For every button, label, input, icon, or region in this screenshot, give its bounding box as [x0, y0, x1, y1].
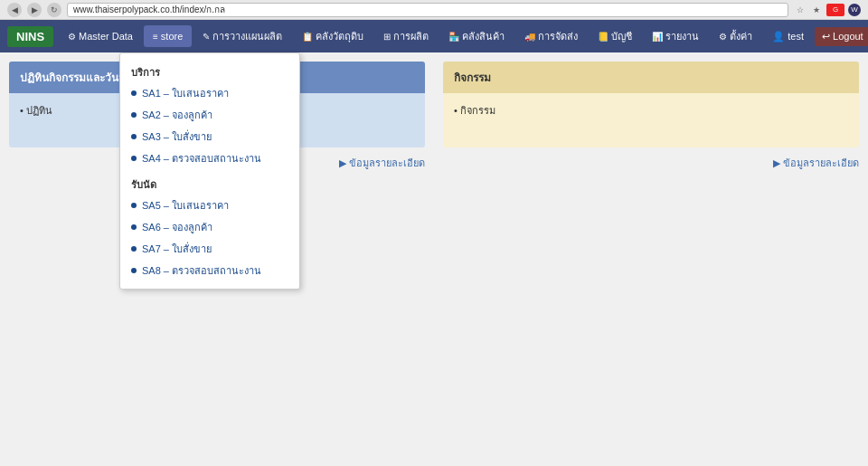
menu-icon[interactable]: G [826, 4, 844, 16]
logout-button[interactable]: ↩ Logout [815, 27, 868, 46]
nav-production-label: การผลิต [393, 28, 429, 44]
production-icon: ⊞ [383, 32, 391, 42]
nav-inventory-label: คลังวัตถุดิบ [316, 28, 363, 44]
nav-settings[interactable]: ⚙ ตั้งค่า [710, 23, 761, 50]
nav-master-data[interactable]: ⚙ Master Data [59, 25, 142, 47]
bullet-icon [131, 134, 137, 139]
bullet-icon [131, 224, 137, 230]
dropdown-item-sa3[interactable]: SA3 – ใบสั่งขาย [120, 126, 299, 147]
bullet-icon [131, 112, 137, 118]
nav-inventory[interactable]: 📋 คลังวัตถุดิบ [293, 23, 373, 50]
browser-bar: ◀ ▶ ↻ www.thaiserpolypack.co.th/index/ก.… [0, 0, 868, 20]
dropdown-item-sa8[interactable]: SA8 – ตรวจสอบสถานะงาน [120, 260, 299, 281]
store-icon: ≡ [153, 32, 158, 42]
logistics-icon: 🚚 [524, 32, 535, 42]
warehouse-icon: 🏪 [448, 32, 459, 42]
play-icon-right: ▶ [773, 157, 780, 169]
nav-survey-label: การวางแผนผลิต [212, 28, 282, 44]
nav-warehouse[interactable]: 🏪 คลังสินค้า [439, 23, 514, 50]
master-data-icon: ⚙ [68, 32, 76, 42]
star-icon[interactable]: ★ [810, 4, 823, 16]
nav-report-label: รายงาน [665, 28, 699, 44]
nav-master-data-label: Master Data [79, 31, 133, 42]
dropdown-item-sa6[interactable]: SA6 – จองลูกค้า [120, 216, 299, 238]
nav-store[interactable]: ≡ store [144, 25, 192, 47]
play-icon: ▶ [339, 157, 346, 169]
dropdown-menu: บริการ SA1 – ใบเสนอราคา SA2 – จองลูกค้า … [119, 52, 300, 290]
right-panel-footer: ▶ ข้อมูลรายละเอียด [443, 155, 859, 171]
nav-logistics[interactable]: 🚚 การจัดส่ง [515, 23, 587, 50]
nav-production[interactable]: ⊞ การผลิต [374, 23, 438, 50]
list-item: • กิจกรรม [454, 100, 848, 120]
nav-right: 👤 test ↩ Logout [765, 27, 868, 46]
nav-store-label: store [161, 31, 183, 42]
refresh-button[interactable]: ↻ [47, 3, 61, 17]
dropdown-item-sa4[interactable]: SA4 – ตรวจสอบสถานะงาน [120, 147, 299, 169]
nav-warehouse-label: คลังสินค้า [462, 28, 505, 44]
nav-settings-label: ตั้งค่า [730, 28, 752, 44]
bullet-icon [131, 156, 137, 161]
logout-icon: ↩ [822, 31, 830, 43]
dropdown-item-sa7[interactable]: SA7 – ใบสั่งขาย [120, 238, 299, 260]
nav-survey[interactable]: ✎ การวางแผนผลิต [193, 23, 291, 50]
accounting-icon: 📒 [598, 32, 609, 42]
inventory-icon: 📋 [302, 32, 313, 42]
back-button[interactable]: ◀ [7, 3, 22, 17]
report-icon: 📊 [652, 32, 663, 42]
nav-report[interactable]: 📊 รายงาน [643, 23, 708, 50]
right-panel-title: กิจกรรม [443, 62, 859, 93]
dropdown-section1-title: บริการ [120, 61, 299, 82]
bullet-icon [131, 203, 137, 208]
bullet-icon [131, 90, 137, 96]
ext-icon[interactable]: W [848, 4, 861, 16]
logo: NINS [7, 26, 53, 47]
content-area: ปฏิทินกิจกรรมและวันห... • ปฏิทิน ▶ ข้อมู… [0, 52, 868, 466]
navbar: NINS ⚙ Master Data ≡ store ✎ การวางแผนผล… [0, 20, 868, 52]
dropdown-item-sa1[interactable]: SA1 – ใบเสนอราคา [120, 82, 299, 104]
right-panel: กิจกรรม • กิจกรรม ▶ ข้อมูลรายละเอียด [434, 52, 868, 466]
user-icon: 👤 [772, 31, 785, 43]
dropdown-section2-title: รับนัด [120, 173, 299, 195]
user-label: test [788, 31, 804, 42]
nav-accounting[interactable]: 📒 บัญชี [589, 23, 641, 50]
bullet-icon [131, 268, 137, 273]
url-text: www.thaiserpolypack.co.th/index/ก.กล [73, 3, 225, 16]
url-bar[interactable]: www.thaiserpolypack.co.th/index/ก.กล [67, 3, 788, 17]
survey-icon: ✎ [203, 32, 210, 42]
dropdown-item-sa5[interactable]: SA5 – ใบเสนอราคา [120, 195, 299, 216]
forward-button[interactable]: ▶ [27, 3, 42, 17]
right-detail-link[interactable]: ▶ ข้อมูลรายละเอียด [443, 155, 859, 171]
nav-accounting-label: บัญชี [611, 28, 632, 44]
logout-label: Logout [833, 31, 863, 42]
settings-icon: ⚙ [719, 32, 727, 42]
browser-icons: ☆ ★ G W [794, 4, 861, 16]
nav-user[interactable]: 👤 test [765, 27, 811, 46]
nav-logistics-label: การจัดส่ง [538, 28, 578, 44]
bullet-icon [131, 246, 137, 252]
dropdown-item-sa2[interactable]: SA2 – จองลูกค้า [120, 104, 299, 126]
right-panel-body: • กิจกรรม [443, 93, 859, 147]
bookmark-icon[interactable]: ☆ [794, 4, 807, 16]
